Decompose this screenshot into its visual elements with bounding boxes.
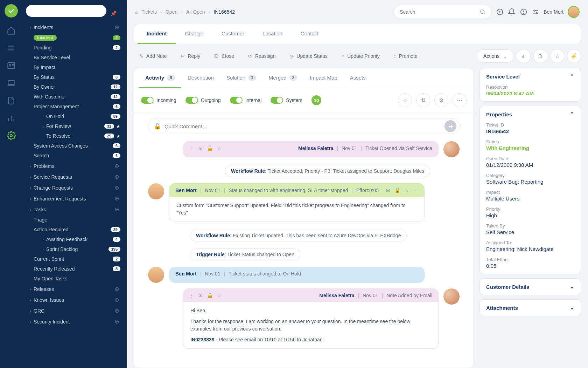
tree-awaiting-feedback[interactable]: ›Awaiting Feedback4	[26, 234, 123, 244]
tree-with-customer[interactable]: With Customer12	[26, 92, 123, 102]
tree-by-owner[interactable]: By Owner12	[26, 82, 123, 92]
tree-for-review[interactable]: ⌄For Review31★	[26, 121, 123, 131]
tree-service-requests[interactable]: ›Service Requests⊕	[26, 171, 123, 182]
promote-button[interactable]: ↕Promote	[388, 50, 423, 62]
contact-icon[interactable]	[7, 61, 16, 70]
settings-icon[interactable]	[7, 131, 16, 140]
star-icon[interactable]: ☆	[217, 293, 222, 298]
tree-current-sprint[interactable]: Current Sprint2	[26, 254, 123, 264]
search-input[interactable]	[400, 9, 479, 15]
tree-grc[interactable]: ›GRC⊕	[26, 305, 123, 316]
crumb-tickets[interactable]: Tickets	[141, 9, 157, 15]
tree-by-service-level[interactable]: By Service Level	[26, 53, 123, 62]
tab-location[interactable]: Location	[253, 24, 292, 44]
laptop-icon[interactable]	[7, 79, 16, 88]
plus-icon[interactable]: ⊕	[113, 24, 120, 30]
star-icon[interactable]: ☆	[217, 145, 222, 151]
sort-button[interactable]: ⇅	[416, 93, 430, 107]
mail-icon[interactable]: ✉	[198, 293, 203, 298]
tree-sprint-backlog[interactable]: ›Sprint Backlog195	[26, 244, 123, 254]
pin-icon[interactable]: 📌	[111, 11, 117, 16]
tab-customer[interactable]: Customer	[212, 24, 253, 44]
tab-change[interactable]: Change	[176, 24, 213, 44]
star-icon[interactable]: ★	[116, 134, 120, 139]
bolt-button[interactable]: ⚡	[567, 49, 581, 63]
plus-icon[interactable]: ⊕	[113, 195, 120, 202]
user-avatar[interactable]	[568, 6, 580, 18]
tree-project-mgmt[interactable]: Project Management6	[26, 102, 123, 111]
tree-known-issues[interactable]: ›Known Issues⊕	[26, 294, 123, 305]
mail-icon[interactable]: ✉	[198, 145, 203, 151]
panel-header[interactable]: Properties⌃	[486, 111, 574, 117]
alert-icon[interactable]	[520, 8, 527, 16]
document-icon[interactable]	[7, 96, 16, 105]
tab-merged[interactable]: Merged3	[262, 68, 304, 88]
panel-header[interactable]: Service Level⌃	[486, 73, 574, 80]
bell-icon[interactable]	[508, 8, 516, 16]
tree-releases[interactable]: ›Releases⊕	[26, 284, 123, 294]
chart-icon[interactable]	[7, 114, 16, 123]
tree-on-hold[interactable]: ›On Hold89	[26, 111, 123, 121]
update-status-button[interactable]: ◷Update Status	[284, 50, 333, 62]
mail-icon[interactable]: ✉	[386, 188, 390, 193]
plus-icon[interactable]: ⊕	[113, 206, 120, 213]
tree-tasks[interactable]: ›Tasks⊕	[26, 204, 123, 215]
tab-solution[interactable]: Solution1	[220, 68, 262, 88]
filter-button[interactable]: ⚙	[434, 93, 448, 107]
plus-icon[interactable]: ⊕	[113, 307, 120, 314]
crumb-all-open[interactable]: All Open	[186, 9, 205, 15]
logo[interactable]	[5, 4, 18, 18]
tree-incident[interactable]: Incident2	[26, 33, 123, 43]
star-icon[interactable]: ☆	[405, 188, 409, 193]
lock-icon[interactable]: 🔓	[207, 145, 213, 151]
more-button[interactable]: ⋯	[453, 93, 467, 107]
more-icon[interactable]: ⋮	[413, 188, 418, 193]
toggle-internal[interactable]: Internal	[230, 97, 262, 104]
tree-recently-released[interactable]: Recently Released8	[26, 264, 123, 274]
tree-by-impact[interactable]: By Impact	[26, 62, 123, 72]
tree-search[interactable]: Search6	[26, 151, 123, 161]
more-icon[interactable]: ⋮	[189, 145, 194, 151]
add-icon[interactable]	[496, 8, 504, 16]
tree-pending[interactable]: Pending2	[26, 43, 123, 53]
menu-icon[interactable]	[7, 43, 16, 53]
plus-icon[interactable]: ⊕	[113, 286, 120, 292]
tree-action-required[interactable]: Action Required29	[26, 225, 123, 234]
toggle-incoming[interactable]: Incoming	[141, 97, 176, 104]
close-button[interactable]: ☒Close	[209, 50, 240, 62]
tree-incidents[interactable]: ›Incidents⊕	[26, 22, 123, 33]
home-icon[interactable]	[7, 26, 16, 35]
tree-sys-access[interactable]: System Access Changes6	[26, 141, 123, 151]
sidebar-search-input[interactable]	[26, 5, 106, 17]
sliders-icon[interactable]	[532, 8, 539, 16]
tree-by-status[interactable]: By Status6	[26, 72, 123, 82]
lock-icon[interactable]: 🔓	[207, 293, 213, 298]
home-icon[interactable]: ⌂	[135, 9, 138, 15]
plus-icon[interactable]: ⊕	[113, 173, 120, 180]
tree-my-open-tasks[interactable]: My Open Tasks	[26, 274, 123, 284]
tab-contact[interactable]: Contact	[292, 24, 328, 44]
panel-header[interactable]: Attachments⌄	[486, 305, 574, 311]
tree-problems[interactable]: ›Problems⊕	[26, 161, 123, 171]
plus-icon[interactable]: ⊕	[113, 297, 120, 303]
tree-to-resolve[interactable]: To Resolve25★	[26, 131, 123, 141]
more-icon[interactable]: ⋮	[189, 293, 194, 298]
star-icon[interactable]: ★	[116, 124, 120, 129]
tree-enhancement-requests[interactable]: ›Enhancement Requests⊕	[26, 193, 123, 204]
crumb-open[interactable]: Open	[166, 9, 177, 15]
quick-comment[interactable]: 🔓 ➜	[148, 118, 460, 134]
quick-comment-input[interactable]	[164, 123, 444, 129]
chart-button[interactable]	[517, 49, 531, 63]
lock-icon[interactable]: 🔓	[394, 188, 400, 193]
star-button[interactable]: ☆	[550, 49, 564, 63]
reply-button[interactable]: ↩Reply	[175, 50, 206, 62]
fav-button[interactable]: ☆	[398, 93, 412, 107]
plus-icon[interactable]: ⊕	[113, 163, 120, 169]
panel-header[interactable]: Customer Details⌄	[486, 284, 574, 290]
update-priority-button[interactable]: ≡Update Priority	[336, 50, 385, 62]
tab-incident[interactable]: Incident	[138, 24, 176, 44]
plus-icon[interactable]: ⊕	[113, 184, 120, 191]
tree-security-incident[interactable]: ›Security Incident⊕	[26, 316, 123, 327]
actions-dropdown[interactable]: Actions⌄	[477, 49, 514, 63]
send-button[interactable]: ➜	[444, 120, 456, 132]
